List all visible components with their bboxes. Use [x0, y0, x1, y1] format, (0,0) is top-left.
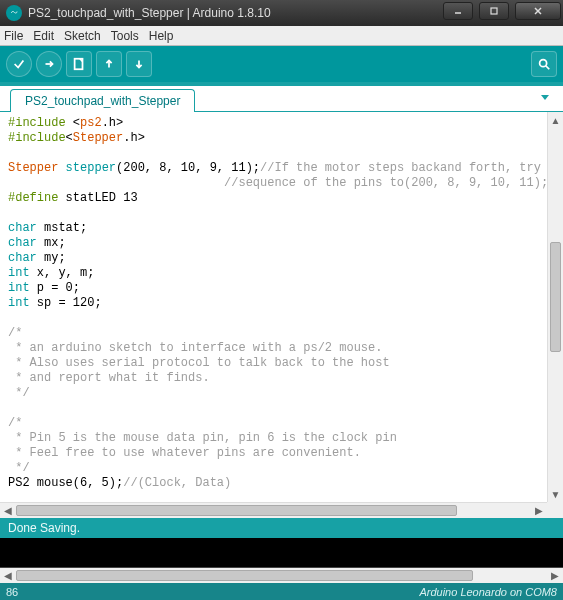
- scroll-left-icon[interactable]: ◀: [0, 568, 16, 583]
- scroll-corner: [547, 502, 563, 518]
- tab-menu-dropdown-icon[interactable]: [537, 89, 553, 105]
- code-token: #include: [8, 131, 66, 145]
- menu-edit[interactable]: Edit: [33, 29, 54, 43]
- code-token: x, y, m;: [30, 266, 95, 280]
- scroll-up-icon[interactable]: ▲: [548, 112, 563, 128]
- open-sketch-button[interactable]: [96, 51, 122, 77]
- menu-sketch[interactable]: Sketch: [64, 29, 101, 43]
- code-token: my;: [37, 251, 66, 265]
- menu-tools[interactable]: Tools: [111, 29, 139, 43]
- code-token: .h>: [123, 131, 145, 145]
- save-sketch-button[interactable]: [126, 51, 152, 77]
- console-output[interactable]: ◀ ▶: [0, 538, 563, 583]
- board-port-info: Arduino Leonardo on COM8: [419, 586, 557, 598]
- tab-strip: PS2_touchpad_with_Stepper: [0, 82, 563, 112]
- code-token: PS2 mouse: [8, 476, 73, 490]
- code-token: char: [8, 251, 37, 265]
- close-button[interactable]: [515, 2, 561, 20]
- line-number: 86: [6, 586, 18, 598]
- code-token: int: [8, 266, 30, 280]
- status-message: Done Saving.: [8, 521, 80, 535]
- scroll-left-icon[interactable]: ◀: [0, 503, 16, 518]
- arduino-app-icon: [6, 5, 22, 21]
- code-token: * Feel free to use whatever pins are con…: [8, 446, 361, 460]
- code-token: */: [8, 386, 30, 400]
- code-token: int: [8, 296, 30, 310]
- minimize-button[interactable]: [443, 2, 473, 20]
- code-token: Stepper: [73, 131, 123, 145]
- code-token: <: [73, 116, 80, 130]
- verify-button[interactable]: [6, 51, 32, 77]
- new-sketch-button[interactable]: [66, 51, 92, 77]
- maximize-button[interactable]: [479, 2, 509, 20]
- code-token: * Pin 5 is the mouse data pin, pin 6 is …: [8, 431, 397, 445]
- svg-line-6: [546, 66, 550, 70]
- code-token: mx;: [37, 236, 66, 250]
- code-token: char: [8, 221, 37, 235]
- console-horizontal-scrollbar[interactable]: ◀ ▶: [0, 567, 563, 583]
- vertical-scroll-thumb[interactable]: [550, 242, 561, 352]
- code-editor[interactable]: #include <ps2.h> #include<Stepper.h> Ste…: [0, 112, 547, 502]
- code-token: //(Clock, Data): [123, 476, 231, 490]
- upload-button[interactable]: [36, 51, 62, 77]
- code-token: #define: [8, 191, 66, 205]
- window-title: PS2_touchpad_with_Stepper | Arduino 1.8.…: [28, 6, 439, 20]
- scroll-right-icon[interactable]: ▶: [531, 503, 547, 518]
- status-bar: Done Saving.: [0, 518, 563, 538]
- code-token: stepper: [58, 161, 116, 175]
- code-token: .h>: [102, 116, 124, 130]
- svg-marker-7: [541, 95, 549, 100]
- code-token: * an arduino sketch to interface with a …: [8, 341, 382, 355]
- scroll-down-icon[interactable]: ▼: [548, 486, 563, 502]
- code-token: char: [8, 236, 37, 250]
- code-token: <: [66, 131, 73, 145]
- code-token: int: [8, 281, 30, 295]
- serial-monitor-button[interactable]: [531, 51, 557, 77]
- code-token: #include: [8, 116, 73, 130]
- window-titlebar: PS2_touchpad_with_Stepper | Arduino 1.8.…: [0, 0, 563, 26]
- code-token: mstat;: [37, 221, 87, 235]
- code-token: ps2: [80, 116, 102, 130]
- code-token: p = 0;: [30, 281, 80, 295]
- code-token: sp = 120;: [30, 296, 102, 310]
- code-token: * Also uses serial protocol to talk back…: [8, 356, 390, 370]
- svg-point-5: [540, 60, 547, 67]
- code-token: //sequence of the pins to(200, 8, 9, 10,…: [8, 176, 547, 190]
- code-token: Stepper: [8, 161, 58, 175]
- tab-sketch[interactable]: PS2_touchpad_with_Stepper: [10, 89, 195, 112]
- code-token: (6, 5);: [73, 476, 123, 490]
- menu-file[interactable]: File: [4, 29, 23, 43]
- code-token: (200, 8, 10, 9, 11);: [116, 161, 260, 175]
- horizontal-scroll-thumb[interactable]: [16, 505, 457, 516]
- menu-bar: File Edit Sketch Tools Help: [0, 26, 563, 46]
- scroll-right-icon[interactable]: ▶: [547, 568, 563, 583]
- horizontal-scroll-thumb[interactable]: [16, 570, 473, 581]
- editor-vertical-scrollbar[interactable]: ▲ ▼: [547, 112, 563, 502]
- toolbar: [0, 46, 563, 82]
- code-token: statLED 13: [66, 191, 138, 205]
- menu-help[interactable]: Help: [149, 29, 174, 43]
- code-token: * and report what it finds.: [8, 371, 210, 385]
- svg-rect-1: [491, 8, 497, 14]
- code-token: //If the motor steps backand forth, try …: [260, 161, 547, 175]
- footer-bar: 86 Arduino Leonardo on COM8: [0, 583, 563, 600]
- code-token: /*: [8, 416, 22, 430]
- editor-area: #include <ps2.h> #include<Stepper.h> Ste…: [0, 112, 563, 518]
- editor-horizontal-scrollbar[interactable]: ◀ ▶: [0, 502, 547, 518]
- code-token: /*: [8, 326, 22, 340]
- code-token: */: [8, 461, 30, 475]
